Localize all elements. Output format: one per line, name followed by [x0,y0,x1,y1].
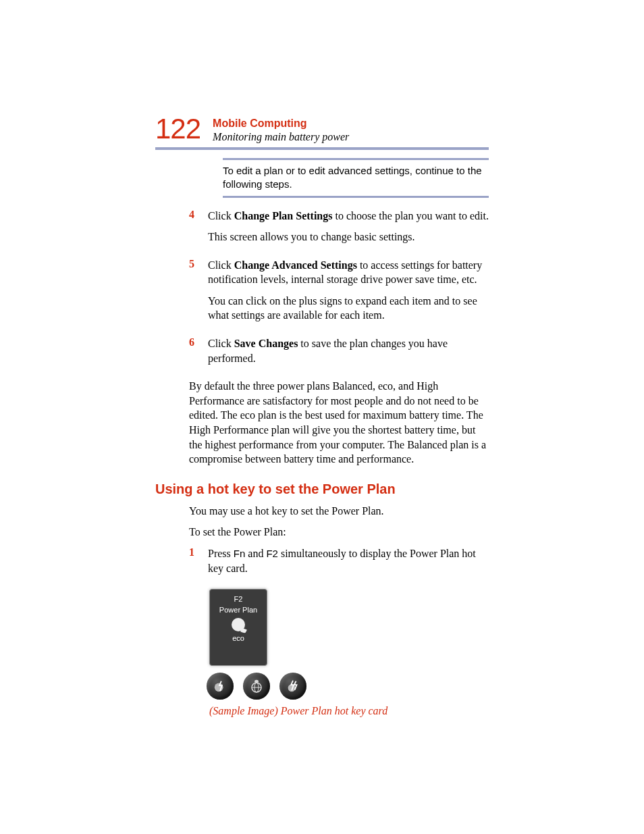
key-f2: F2 [266,548,278,559]
step-number: 4 [189,209,197,251]
step-1: 1 Press Fn and F2 simultaneously to disp… [189,546,489,582]
plan-icon-balanced [207,673,234,700]
step-number: 5 [189,258,197,330]
step-6: 6 Click Save Changes to save the plan ch… [189,336,489,372]
step-text-bold: Change Plan Settings [234,210,333,221]
step-body: Click Change Plan Settings to choose the… [208,209,489,251]
step-text-mid: and [245,548,266,559]
card-title: Power Plan [219,606,257,614]
step-body: Click Save Changes to save the plan chan… [208,336,489,372]
step-text-prefix: Click [208,210,234,221]
step-text-prefix: Click [208,338,234,349]
callout-box: To edit a plan or to edit advanced setti… [223,158,489,198]
callout-rule-top [223,158,489,160]
step-text-bold: Change Advanced Settings [234,259,357,271]
figure-caption: (Sample Image) Power Plan hot key card [209,705,489,717]
step-text-followup: You can click on the plus signs to expan… [208,294,489,323]
step-number: 6 [189,336,197,372]
plan-icon-eco [243,673,270,700]
numbered-steps-a: 4 Click Change Plan Settings to choose t… [189,209,489,373]
step-body: Click Change Advanced Settings to access… [208,258,489,330]
card-key-label: F2 [234,595,243,603]
callout-rule-bottom [223,196,489,198]
plan-icon-row [207,673,489,700]
body-paragraph-2: You may use a hot key to set the Power P… [189,504,489,519]
numbered-steps-b: 1 Press Fn and F2 simultaneously to disp… [189,546,489,582]
card-mode-label: eco [232,634,244,642]
header-texts: Mobile Computing Monitoring main battery… [213,115,349,143]
chapter-title: Mobile Computing [213,118,349,130]
sphere-double-lightning-icon [286,679,300,694]
plan-icon-high-perf [279,673,306,700]
sphere-lightning-icon [213,679,227,694]
body-paragraph-1: By default the three power plans Balance… [189,379,489,467]
step-number: 1 [189,546,197,582]
step-4: 4 Click Change Plan Settings to choose t… [189,209,489,251]
manual-page: 122 Mobile Computing Monitoring main bat… [0,0,644,834]
body-paragraph-3: To set the Power Plan: [189,525,489,540]
callout-text: To edit a plan or to edit advanced setti… [223,164,489,192]
step-text-suffix: to choose the plan you want to edit. [332,210,489,221]
power-plan-card: F2 Power Plan eco [209,589,267,666]
figure-power-plan-card: F2 Power Plan eco [209,589,489,700]
page-header: 122 Mobile Computing Monitoring main bat… [155,115,489,143]
globe-leaf-icon [248,678,265,694]
section-heading-hotkey: Using a hot key to set the Power Plan [155,481,489,497]
step-5: 5 Click Change Advanced Settings to acce… [189,258,489,330]
key-fn: Fn [234,548,246,559]
step-text-followup: This screen allows you to change basic s… [208,230,489,244]
step-text-bold: Save Changes [234,338,298,349]
section-title: Monitoring main battery power [213,131,349,143]
header-rule [155,147,489,150]
step-text-prefix: Click [208,259,234,271]
page-number: 122 [155,115,200,143]
step-body: Press Fn and F2 simultaneously to displa… [208,546,489,582]
eco-leaf-icon [232,618,245,631]
step-text-prefix: Press [208,548,234,559]
